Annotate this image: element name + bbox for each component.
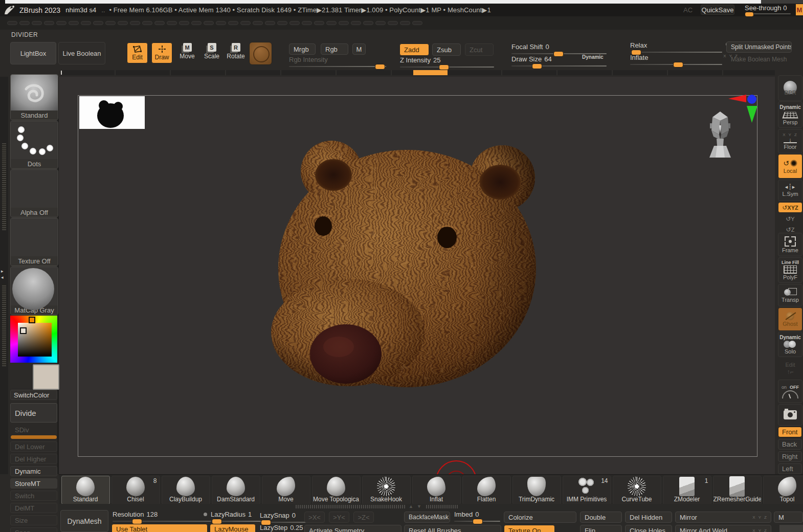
geometry-button[interactable]: Del Higher bbox=[10, 454, 57, 464]
menu-item[interactable] bbox=[375, 21, 386, 25]
menu-item[interactable] bbox=[388, 21, 398, 25]
zadd-button[interactable]: Zadd bbox=[399, 43, 429, 56]
brush-item[interactable]: 8 Chisel bbox=[111, 476, 160, 504]
menu-item[interactable] bbox=[240, 21, 251, 25]
draw-button[interactable]: Draw bbox=[151, 42, 172, 63]
tray-scroll-grip-right[interactable] bbox=[426, 505, 458, 508]
geometry-button[interactable]: Divide bbox=[10, 403, 57, 423]
geometry-button[interactable]: Size bbox=[10, 515, 57, 525]
colorize-button[interactable]: Colorize bbox=[504, 512, 576, 523]
menu-item[interactable] bbox=[142, 21, 152, 25]
menu-item[interactable] bbox=[216, 21, 226, 25]
menu-item[interactable] bbox=[93, 21, 103, 25]
geometry-button[interactable]: Del Lower bbox=[10, 441, 57, 452]
menu-item[interactable] bbox=[265, 21, 275, 25]
brush-item[interactable]: SnakeHook bbox=[362, 476, 411, 504]
menu-item[interactable] bbox=[351, 21, 361, 25]
inflate-track[interactable] bbox=[630, 64, 722, 65]
store-view-button[interactable] bbox=[778, 404, 802, 426]
tray-scroll-grip-left[interactable] bbox=[296, 505, 406, 508]
rgb-intensity-track[interactable] bbox=[289, 66, 386, 67]
edit-size-button[interactable]: Edit ↑⌐ bbox=[778, 358, 802, 379]
sym-z-button-bottom[interactable]: >Z< bbox=[353, 512, 374, 523]
brush-item[interactable]: Standard bbox=[61, 476, 110, 504]
m-button[interactable]: M bbox=[352, 43, 366, 55]
resolution-mode-dot[interactable] bbox=[204, 513, 207, 516]
menu-item[interactable] bbox=[56, 21, 66, 25]
left-edge-grip-bottom[interactable] bbox=[2, 284, 6, 366]
menu-item[interactable] bbox=[154, 21, 165, 25]
bpr-button[interactable]: BPR bbox=[778, 75, 802, 101]
flip-button[interactable]: Flip bbox=[580, 525, 622, 532]
axis-x-arrow[interactable] bbox=[728, 95, 746, 102]
brush-item[interactable]: 14 IMM Primitives bbox=[563, 476, 611, 504]
current-material-swatch[interactable] bbox=[249, 42, 272, 65]
menu-item[interactable] bbox=[228, 21, 238, 25]
view-button[interactable]: Left bbox=[778, 463, 802, 474]
menu-item[interactable] bbox=[412, 21, 422, 25]
bear-head-sculpt[interactable] bbox=[220, 118, 547, 404]
z-intensity-track[interactable] bbox=[400, 66, 494, 68]
relax-slider[interactable]: Relax bbox=[630, 41, 722, 53]
menu-item[interactable] bbox=[363, 21, 373, 25]
current-stroke-cell[interactable]: Dots bbox=[10, 121, 58, 169]
close-holes-button[interactable]: Close Holes bbox=[625, 525, 672, 532]
menu-item[interactable] bbox=[32, 21, 42, 25]
geometry-button[interactable]: Dynamic bbox=[10, 466, 57, 476]
rgb-intensity-slider[interactable]: Rgb Intensity bbox=[289, 56, 386, 67]
brush-item[interactable]: Flatten bbox=[462, 476, 511, 504]
menu-item[interactable] bbox=[326, 21, 337, 25]
menu-item[interactable] bbox=[400, 21, 410, 25]
menu-item[interactable] bbox=[302, 21, 312, 25]
brush-item[interactable]: 1 ZModeler bbox=[663, 476, 711, 504]
double-button[interactable]: Double bbox=[580, 512, 622, 523]
secondary-color-area[interactable] bbox=[10, 364, 32, 388]
imbed-track[interactable] bbox=[454, 521, 500, 522]
timeline-strip[interactable] bbox=[60, 70, 775, 75]
activate-symmetry-button[interactable]: Activate Symmetry bbox=[304, 525, 402, 532]
zcut-button[interactable]: Zcut bbox=[465, 43, 494, 56]
inflate-slider[interactable]: Inflate X Y Z bbox=[630, 54, 722, 65]
edit-button[interactable]: Edit bbox=[127, 42, 148, 63]
inflate-handle[interactable] bbox=[673, 62, 683, 68]
menu-item[interactable] bbox=[81, 21, 91, 25]
rgb-intensity-handle[interactable] bbox=[375, 64, 385, 70]
view-button[interactable]: Right bbox=[778, 451, 802, 462]
geometry-button[interactable]: DelMT bbox=[10, 503, 57, 513]
mirror-weld-xyz-mini[interactable]: X Y Z bbox=[752, 528, 771, 532]
polyframe-button[interactable]: Line Fill PolyF bbox=[778, 257, 802, 283]
draw-size-track[interactable] bbox=[511, 65, 607, 66]
sym-y-button-bottom[interactable]: >Y< bbox=[329, 512, 349, 523]
ghost-button[interactable]: Ghost bbox=[778, 307, 802, 331]
switch-color-button[interactable]: SwitchColor bbox=[10, 390, 57, 400]
sym-x-button[interactable]: >X< bbox=[304, 512, 325, 523]
current-alpha-cell[interactable]: Alpha Off bbox=[10, 169, 58, 217]
menu-item[interactable] bbox=[7, 21, 17, 25]
geometry-button[interactable]: SDiv bbox=[10, 425, 57, 435]
zsub-button[interactable]: Zsub bbox=[432, 43, 461, 56]
left-edge-grip-top[interactable] bbox=[2, 143, 6, 230]
menu-item[interactable] bbox=[191, 21, 202, 25]
current-brush-cell[interactable]: Standard bbox=[10, 74, 58, 120]
transp-button[interactable]: Transp bbox=[778, 284, 802, 306]
view-button[interactable]: Front bbox=[778, 427, 802, 437]
scale-button[interactable]: S Scale bbox=[202, 43, 222, 60]
z-intensity-handle[interactable] bbox=[439, 64, 449, 70]
menu-item[interactable] bbox=[204, 21, 214, 25]
rgb-button[interactable]: Rgb bbox=[321, 43, 348, 55]
menu-item[interactable] bbox=[314, 21, 324, 25]
lightbox-button[interactable]: LightBox bbox=[10, 42, 56, 64]
menu-item[interactable] bbox=[118, 21, 128, 25]
menu-item[interactable] bbox=[253, 21, 263, 25]
make-boolean-mesh-button[interactable]: Make Boolean Mesh bbox=[726, 54, 792, 65]
move-button[interactable]: M Move bbox=[177, 43, 197, 60]
brush-item[interactable]: ZRemesherGuide bbox=[713, 476, 762, 504]
backface-mask-button[interactable]: BackfaceMask bbox=[404, 512, 450, 523]
imbed-handle[interactable] bbox=[473, 519, 483, 524]
brush-item[interactable]: ClayBuildup bbox=[162, 476, 210, 504]
current-texture-cell[interactable]: Texture Off bbox=[10, 218, 58, 266]
geometry-button[interactable]: StoreMT bbox=[10, 478, 57, 489]
split-unmasked-points-button[interactable]: Split Unmasked Points bbox=[726, 41, 792, 53]
use-tablet-button[interactable]: Use Tablet bbox=[111, 524, 208, 532]
geometry-button[interactable]: Switch bbox=[10, 491, 57, 501]
